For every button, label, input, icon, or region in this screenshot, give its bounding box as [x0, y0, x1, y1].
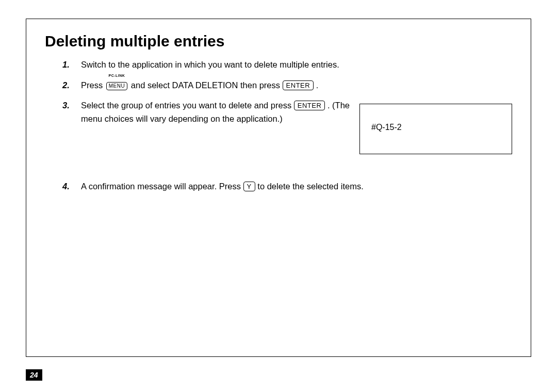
- page-number-badge: 24: [26, 369, 42, 381]
- step-4-text-a: A confirmation message will appear. Pres…: [81, 182, 243, 191]
- menu-key-icon: MENU: [106, 82, 127, 90]
- step-1-text: Switch to the application in which you w…: [81, 60, 339, 69]
- step-2-text-c: .: [316, 80, 319, 90]
- step-2-text-b: and select DATA DELETION then press: [131, 80, 283, 90]
- step-4: A confirmation message will appear. Pres…: [62, 180, 370, 193]
- content-frame: Deleting multiple entries Switch to the …: [26, 19, 531, 357]
- step-3-text-a: Select the group of entries you want to …: [81, 101, 294, 110]
- page-title: Deleting multiple entries: [45, 32, 512, 50]
- y-key-icon: Y: [243, 182, 255, 191]
- enter-key-icon: ENTER: [294, 101, 325, 110]
- menu-key-superscript: PC-LINK: [109, 73, 125, 79]
- reference-callout: #Q-15-2: [359, 104, 512, 154]
- manual-page: Deleting multiple entries Switch to the …: [0, 0, 557, 392]
- step-1: Switch to the application in which you w…: [62, 58, 370, 72]
- enter-key-icon: ENTER: [283, 80, 314, 90]
- step-2-text-a: Press: [81, 80, 105, 90]
- menu-key-group: PC-LINK MENU: [106, 79, 127, 92]
- step-3: Select the group of entries you want to …: [62, 99, 370, 125]
- step-2: Press PC-LINK MENU and select DATA DELET…: [62, 79, 370, 92]
- step-4-text-b: to delete the selected items.: [257, 182, 363, 191]
- reference-code: #Q-15-2: [371, 123, 402, 132]
